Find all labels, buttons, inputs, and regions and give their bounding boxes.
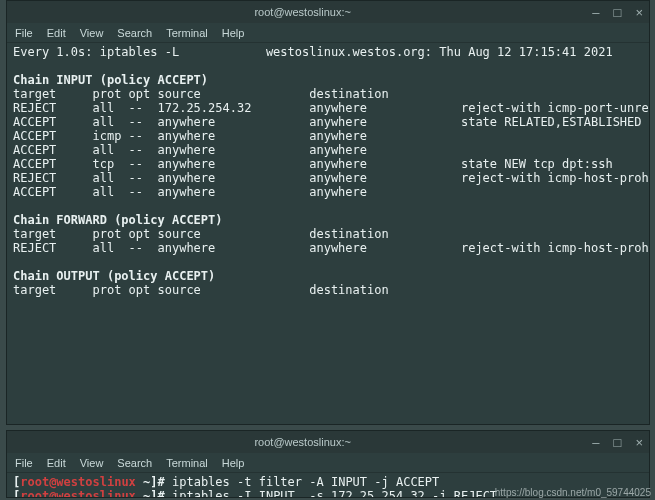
menu-help[interactable]: Help <box>222 457 245 469</box>
window-title: root@westoslinux:~ <box>13 436 592 448</box>
menu-edit[interactable]: Edit <box>47 27 66 39</box>
menubar-top: File Edit View Search Terminal Help <box>7 23 649 43</box>
input-rule-0: REJECT all -- 172.25.254.32 anywhere rej… <box>13 101 649 115</box>
prompt-line-1: [root@westoslinux ~]# iptables -I INPUT … <box>13 489 497 497</box>
window-title: root@westoslinux:~ <box>13 6 592 18</box>
titlebar-bottom[interactable]: root@westoslinux:~ – □ × <box>7 431 649 453</box>
menu-view[interactable]: View <box>80 457 104 469</box>
titlebar-top[interactable]: root@westoslinux:~ – □ × <box>7 1 649 23</box>
input-rule-2: ACCEPT icmp -- anywhere anywhere <box>13 129 367 143</box>
menu-search[interactable]: Search <box>117 27 152 39</box>
menu-file[interactable]: File <box>15 27 33 39</box>
chain-forward-cols: target prot opt source destination <box>13 227 389 241</box>
menubar-bottom: File Edit View Search Terminal Help <box>7 453 649 473</box>
terminal-window-top: root@westoslinux:~ – □ × File Edit View … <box>6 0 650 425</box>
chain-input-cols: target prot opt source destination <box>13 87 389 101</box>
forward-rule-0: REJECT all -- anywhere anywhere reject-w… <box>13 241 649 255</box>
maximize-icon[interactable]: □ <box>614 435 622 450</box>
input-rule-6: ACCEPT all -- anywhere anywhere <box>13 185 367 199</box>
watermark-url: https://blog.csdn.net/m0_59744025 <box>495 487 651 498</box>
menu-help[interactable]: Help <box>222 27 245 39</box>
menu-file[interactable]: File <box>15 457 33 469</box>
minimize-icon[interactable]: – <box>592 435 599 450</box>
watch-header-right: westoslinux.westos.org: Thu Aug 12 17:15… <box>266 45 613 59</box>
input-rule-5: REJECT all -- anywhere anywhere reject-w… <box>13 171 649 185</box>
input-rule-4: ACCEPT tcp -- anywhere anywhere state NE… <box>13 157 613 171</box>
window-controls: – □ × <box>592 5 643 20</box>
terminal-output-top[interactable]: Every 1.0s: iptables -L westoslinux.west… <box>7 43 649 424</box>
window-controls: – □ × <box>592 435 643 450</box>
prompt-line-0: [root@westoslinux ~]# iptables -t filter… <box>13 475 439 489</box>
watch-header-left: Every 1.0s: iptables -L <box>13 45 179 59</box>
chain-input-header: Chain INPUT (policy ACCEPT) <box>13 73 208 87</box>
chain-output-header: Chain OUTPUT (policy ACCEPT) <box>13 269 215 283</box>
chain-output-cols: target prot opt source destination <box>13 283 389 297</box>
menu-terminal[interactable]: Terminal <box>166 27 208 39</box>
input-rule-1: ACCEPT all -- anywhere anywhere state RE… <box>13 115 642 129</box>
chain-forward-header: Chain FORWARD (policy ACCEPT) <box>13 213 223 227</box>
menu-view[interactable]: View <box>80 27 104 39</box>
menu-terminal[interactable]: Terminal <box>166 457 208 469</box>
maximize-icon[interactable]: □ <box>614 5 622 20</box>
close-icon[interactable]: × <box>635 435 643 450</box>
menu-search[interactable]: Search <box>117 457 152 469</box>
menu-edit[interactable]: Edit <box>47 457 66 469</box>
minimize-icon[interactable]: – <box>592 5 599 20</box>
input-rule-3: ACCEPT all -- anywhere anywhere <box>13 143 367 157</box>
close-icon[interactable]: × <box>635 5 643 20</box>
